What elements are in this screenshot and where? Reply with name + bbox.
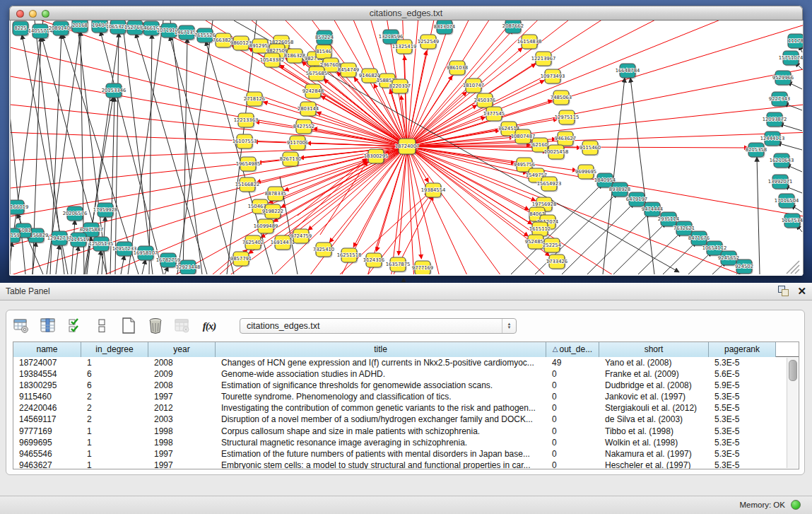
- svg-text:9777169: 9777169: [412, 265, 433, 271]
- table-cell: 0: [546, 414, 599, 425]
- table-row[interactable]: 946362711997Embryonic stem cells: a mode…: [13, 460, 799, 469]
- table-row[interactable]: 1938455462009Genome-wide association stu…: [13, 368, 799, 380]
- table-row[interactable]: 911546021997Tourette syndrome. Phenomeno…: [13, 391, 799, 402]
- table-cell: 2: [81, 402, 148, 414]
- svg-text:16154838: 16154838: [517, 39, 542, 45]
- column-header-name[interactable]: name: [13, 342, 81, 357]
- svg-text:16107553: 16107553: [233, 139, 257, 144]
- svg-text:9245652: 9245652: [718, 255, 739, 261]
- table-cell: 1: [81, 437, 148, 448]
- table-cell: 19384554: [13, 368, 81, 380]
- svg-text:19654985: 19654985: [236, 161, 261, 167]
- new-table-icon[interactable]: [119, 317, 138, 335]
- table-cell: Stergiakouli et al. (2012): [599, 402, 709, 414]
- svg-text:12444113: 12444113: [760, 136, 785, 141]
- table-panel-header: Table Panel ✕: [0, 283, 812, 300]
- svg-text:10973493: 10973493: [541, 74, 565, 79]
- table-cell: 18724007: [13, 357, 81, 368]
- column-header-pagerank[interactable]: pagerank: [709, 342, 776, 357]
- table-cell: 1998: [148, 437, 216, 448]
- svg-text:20206576: 20206576: [63, 211, 88, 216]
- column-header-in_degree[interactable]: in_degree: [81, 342, 148, 357]
- table-cell: 9699695: [13, 437, 81, 448]
- svg-text:33159: 33159: [11, 233, 20, 238]
- table-cell: 1: [81, 357, 148, 368]
- svg-text:16251518: 16251518: [337, 252, 362, 258]
- table-cell: 5.3E-5: [709, 426, 776, 437]
- svg-text:9860123: 9860123: [230, 40, 252, 46]
- table-row[interactable]: 1456911722003Disruption of a novel membe…: [13, 414, 799, 425]
- status-bar: Memory: OK: [0, 496, 812, 514]
- column-header-year[interactable]: year: [148, 342, 216, 357]
- column-header-title[interactable]: title: [216, 342, 546, 357]
- svg-text:16958107: 16958107: [134, 250, 158, 256]
- svg-text:9857791: 9857791: [230, 256, 252, 262]
- show-columns-icon[interactable]: [39, 317, 57, 335]
- svg-text:10025458: 10025458: [544, 149, 569, 155]
- svg-text:7632621: 7632621: [673, 226, 695, 231]
- svg-text:11325419: 11325419: [392, 44, 417, 49]
- table-header-row: namein_degreeyeartitle△out_de...shortpag…: [13, 342, 799, 357]
- svg-text:19404: 19404: [92, 23, 107, 28]
- table-cell: de Silva et al. (2003): [599, 414, 709, 425]
- window-titlebar[interactable]: citations_edges.txt: [9, 6, 803, 21]
- table-cell: Yano et al. (2008): [599, 357, 709, 368]
- svg-text:12975115: 12975115: [555, 115, 579, 120]
- table-row[interactable]: 1872400712008Changes of HCN gene express…: [13, 357, 799, 368]
- svg-text:2087662: 2087662: [502, 23, 524, 29]
- table-cell: 0: [546, 391, 599, 402]
- memory-status-label: Memory: OK: [739, 501, 785, 509]
- table-cell: Changes of HCN gene expression and I(f) …: [216, 357, 546, 368]
- table-cell: 5.9E-5: [709, 380, 776, 391]
- table-cell: 0: [546, 437, 599, 448]
- scrollbar-thumb[interactable]: [789, 360, 797, 381]
- table-settings-icon[interactable]: [12, 317, 30, 335]
- table-cell: 1998: [148, 426, 216, 437]
- svg-text:15166822: 15166822: [235, 182, 260, 187]
- svg-text:7485063: 7485063: [551, 95, 572, 100]
- table-select-dropdown[interactable]: citations_edges.txt ▲▼: [240, 318, 517, 334]
- float-panel-icon[interactable]: [778, 286, 789, 296]
- table-row[interactable]: 1830029562008Estimation of significance …: [13, 380, 799, 391]
- table-cell: 5.6E-5: [709, 368, 776, 380]
- table-cell: 5.3E-5: [709, 448, 776, 460]
- cytoscape-screen: citations_edges.txt 82251405571420891406…: [0, 0, 812, 514]
- row-height-icon[interactable]: [93, 317, 111, 335]
- table-panel-title: Table Panel: [6, 286, 50, 296]
- table-cell: Structural magnetic resonance image aver…: [216, 437, 546, 448]
- table-cell: 2012: [148, 402, 216, 414]
- delete-entries-icon[interactable]: [146, 317, 165, 335]
- network-canvas[interactable]: 8225140557142089140620168194041065328715…: [10, 21, 804, 274]
- column-header-short[interactable]: short: [599, 342, 709, 357]
- function-builder-icon[interactable]: f(x): [200, 317, 218, 335]
- table-scrollbar[interactable]: [787, 358, 798, 468]
- svg-text:18300295: 18300295: [364, 153, 389, 159]
- select-columns-icon[interactable]: [66, 317, 84, 335]
- svg-text:81546: 81546: [316, 49, 331, 54]
- close-panel-icon[interactable]: ✕: [797, 286, 806, 296]
- svg-text:10807487: 10807487: [511, 134, 536, 139]
- memory-status-indicator[interactable]: [791, 500, 801, 510]
- table-cell: 5.3E-5: [709, 437, 776, 448]
- table-row[interactable]: 946554611997Estimation of the future num…: [13, 448, 799, 460]
- svg-text:12213967: 12213967: [531, 56, 556, 62]
- svg-text:1252549: 1252549: [418, 39, 439, 45]
- svg-text:9495756: 9495756: [514, 162, 535, 168]
- svg-text:1124316: 1124316: [363, 257, 384, 263]
- svg-text:16357875: 16357875: [386, 262, 411, 267]
- node-table: namein_degreeyeartitle△out_de...shortpag…: [13, 341, 799, 469]
- table-row[interactable]: 977716911998Corpus callosum shape and si…: [13, 426, 799, 437]
- table-row[interactable]: 2242004622012Investigating the contribut…: [13, 402, 799, 414]
- table-row[interactable]: 969969511998Structural magnetic resonanc…: [13, 437, 799, 448]
- svg-text:5675685: 5675685: [306, 71, 327, 76]
- table-toolbar: f(x) citations_edges.txt ▲▼: [12, 315, 517, 337]
- table-cell: 0: [546, 402, 599, 414]
- table-panel: Table Panel ✕: [0, 283, 812, 514]
- table-cell: 9115460: [13, 391, 81, 402]
- svg-text:2718126: 2718126: [244, 96, 265, 102]
- table-body: 1872400712008Changes of HCN gene express…: [13, 357, 799, 469]
- column-header-out_de[interactable]: △out_de...: [546, 342, 599, 357]
- svg-text:25166019: 25166019: [11, 204, 28, 210]
- table-cell: 5.5E-5: [709, 402, 776, 414]
- delete-table-icon[interactable]: [173, 317, 192, 335]
